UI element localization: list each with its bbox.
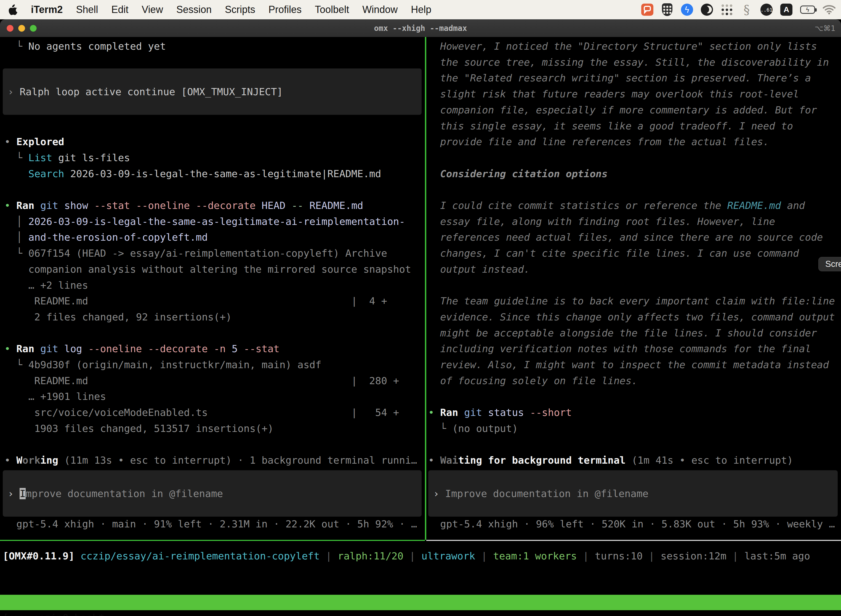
terminal-line: src/voice/voiceModeEnabled.ts | 54 + xyxy=(4,405,399,421)
text-segment: | xyxy=(727,550,744,562)
apple-menu-icon[interactable] xyxy=(8,4,18,15)
text-segment: W xyxy=(16,455,22,466)
text-segment: Ran xyxy=(16,200,34,211)
text-segment: changes, I can't cite specific file line… xyxy=(428,248,799,259)
text-segment: git xyxy=(458,407,482,418)
lightning-badge-icon[interactable]: ϟ xyxy=(681,3,693,16)
tmux-pane-right[interactable]: However, I noticed the "Directory Struct… xyxy=(426,37,841,540)
text-segment: › xyxy=(433,488,445,499)
moon-circle-icon[interactable] xyxy=(701,3,713,16)
text-segment: git ls-files xyxy=(52,152,130,163)
menu-item-edit[interactable]: Edit xyxy=(105,4,135,15)
menu-item-iterm2[interactable]: iTerm2 xyxy=(26,4,69,15)
text-segment: ork xyxy=(22,455,40,466)
text-segment: No agents completed yet xyxy=(28,41,166,52)
text-segment: -- xyxy=(286,200,303,211)
chat-app-icon[interactable] xyxy=(641,3,653,16)
text-segment: companion analysis without altering the … xyxy=(4,264,411,275)
terminal-line: of focusing solely on file lines. xyxy=(428,373,638,389)
tmux-session-label: [omx-cczip0:bash* xyxy=(3,610,104,616)
terminal-line: I could cite commit statistics or refere… xyxy=(428,198,805,214)
text-segment: ultrawork xyxy=(421,550,475,562)
text-segment: › xyxy=(8,86,20,97)
terminal-line: • Ran git status --short xyxy=(428,405,572,421)
text-segment: mprove documentation in @filename xyxy=(26,488,223,499)
text-segment: HEAD xyxy=(255,200,285,211)
terminal-line: Search 2026-03-09-is-legal-the-same-as-l… xyxy=(4,166,381,182)
menu-item-session[interactable]: Session xyxy=(170,4,218,15)
terminal-line: README.md | 4 + xyxy=(4,293,387,309)
text-segment: • xyxy=(428,455,440,466)
text-segment: evidence. Since this change only affects… xyxy=(428,311,835,323)
terminal-line: • Ran git show --stat --oneline --decora… xyxy=(4,198,363,214)
dots-grid-icon[interactable] xyxy=(721,3,733,16)
terminal-line: └ (no output) xyxy=(428,421,518,437)
text-segment: Ralph loop active continue [OMX_TMUX_INJ… xyxy=(20,86,283,97)
text-segment: README.md xyxy=(303,200,363,211)
text-segment: src/voice/voiceModeEnabled.ts | 54 + xyxy=(4,407,399,418)
text-segment: 5 xyxy=(226,343,237,354)
omx-status-line: [OMX#0.11.9] cczip/essay/ai-reimplementa… xyxy=(3,548,810,564)
wifi-icon[interactable] xyxy=(823,3,835,16)
text-segment: I could cite commit statistics or refere… xyxy=(428,200,727,211)
text-segment: including verification notes with those … xyxy=(428,343,811,354)
right-prompt-input[interactable]: › Improve documentation in @filename xyxy=(428,470,838,517)
text-segment: └ 067f154 (HEAD -> essay/ai-reimplementa… xyxy=(4,248,387,259)
terminal-line: Considering citation options xyxy=(428,166,608,182)
text-segment: | xyxy=(577,550,595,562)
tmux-pane-left[interactable]: └ No agents completed yet• Explored └ Li… xyxy=(0,37,425,540)
terminal-line: └ List git ls-files xyxy=(4,150,130,166)
menu-items: iTerm2ShellEditViewSessionScriptsProfile… xyxy=(26,4,438,15)
menu-item-toolbelt[interactable]: Toolbelt xyxy=(308,4,356,15)
text-segment: README.md xyxy=(727,200,781,211)
text-segment: • xyxy=(4,343,16,354)
text-segment: log xyxy=(58,343,82,354)
terminal-line: └ 067f154 (HEAD -> essay/ai-reimplementa… xyxy=(4,245,387,261)
menu-item-shell[interactable]: Shell xyxy=(69,4,105,15)
text-segment: The team guideline is to back every impo… xyxy=(428,295,835,307)
grid-shield-icon[interactable] xyxy=(661,3,673,16)
text-segment: • xyxy=(4,136,16,147)
battery-charging-icon[interactable]: ϟ xyxy=(800,3,815,16)
text-segment: Search xyxy=(28,168,64,179)
left-prompt-input[interactable]: › Improve documentation in @filename xyxy=(3,470,422,517)
terminal-line: gpt-5.4 xhigh · 96% left · 520K in · 5.8… xyxy=(428,516,835,532)
text-segment: │ xyxy=(4,232,28,243)
keyboard-layout-icon[interactable]: A xyxy=(780,3,793,16)
text-segment: List xyxy=(28,152,53,163)
text-segment: └ xyxy=(4,41,28,52)
terminal-line: references need actual files, and since … xyxy=(428,229,823,245)
text-segment: and xyxy=(781,200,805,211)
window-title-bar: omx --xhigh --madmax ⌥⌘1 xyxy=(0,19,841,37)
text-segment: However, I noticed the "Directory Struct… xyxy=(428,41,817,52)
terminal-line: … +2 lines xyxy=(4,277,88,293)
text-segment: • xyxy=(4,455,16,466)
menu-item-window[interactable]: Window xyxy=(356,4,404,15)
menu-item-help[interactable]: Help xyxy=(404,4,438,15)
text-segment: [OMX#0.11.9] xyxy=(3,550,81,562)
terminal-line: the "Related research writing" section i… xyxy=(428,70,811,86)
text-segment: Wai xyxy=(440,455,458,466)
percent-circle-icon[interactable]: ..61 xyxy=(760,3,772,16)
text-segment: │ xyxy=(4,216,28,227)
menu-item-scripts[interactable]: Scripts xyxy=(218,4,262,15)
text-segment: README.md | 280 + xyxy=(4,375,399,386)
text-segment: Explored xyxy=(16,136,64,147)
text-segment: and-the-erosion-of-copyleft.md xyxy=(28,232,208,243)
text-segment: Considering citation options xyxy=(428,168,608,179)
terminal-line: │ and-the-erosion-of-copyleft.md xyxy=(4,229,208,245)
text-segment: --oneline --decorate -n xyxy=(82,343,226,354)
terminal-line: companion file, especially if more comme… xyxy=(428,102,817,118)
menu-item-view[interactable]: View xyxy=(135,4,170,15)
text-segment: companion file, especially if more comme… xyxy=(428,104,817,116)
squiggle-icon[interactable]: § xyxy=(741,3,753,16)
screen-indicator-pill[interactable]: Scre xyxy=(818,257,841,271)
text-segment: git xyxy=(34,343,58,354)
text-segment: Ran xyxy=(440,407,458,418)
window-title: omx --xhigh --madmax xyxy=(0,24,841,33)
right-pane-bottom-border xyxy=(426,540,841,541)
text-segment: this single essay, it seems like a good … xyxy=(428,120,793,132)
text-segment: --stat xyxy=(237,343,280,354)
menu-item-profiles[interactable]: Profiles xyxy=(262,4,308,15)
terminal-line: review. Also, I might want to inspect th… xyxy=(428,357,829,373)
